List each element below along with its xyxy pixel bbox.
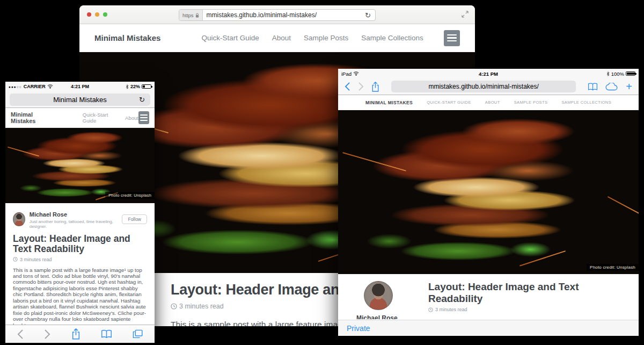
author-sidebar: Michael Rose Just another boring, tattoo… (351, 281, 420, 319)
url-text: mmistakes.github.io/minimal-mistakes/ (428, 83, 538, 90)
share-icon[interactable] (71, 328, 80, 340)
page-title: Layout: Header Image and Text Readabilit… (428, 281, 627, 305)
reload-button[interactable]: ↻ (361, 11, 375, 19)
reload-button[interactable]: ↻ (135, 96, 149, 104)
read-time-label: 3 minutes read (435, 307, 467, 312)
nav-about[interactable]: About (272, 34, 291, 42)
menu-toggle-icon[interactable] (444, 30, 460, 46)
url-text[interactable]: mmistakes.github.io/minimal-mistakes/ (203, 11, 361, 19)
page-title: Layout: Header Image and Text Readabilit… (13, 234, 147, 255)
article-content: Michael Rose Just another boring, tattoo… (5, 203, 155, 325)
window-controls (87, 12, 107, 17)
fullscreen-icon[interactable] (462, 11, 469, 18)
carrier-label: CARRIER (24, 84, 46, 89)
device-label: iPad (341, 71, 352, 77)
menu-toggle-icon[interactable] (138, 111, 149, 124)
article-paragraph: This is a sample post with a large featu… (428, 318, 627, 319)
photo-credit-label: Photo credit: Unsplash (587, 264, 639, 271)
https-badge: https (179, 10, 203, 20)
header-image: Photo credit: Unsplash (338, 110, 639, 274)
share-icon[interactable] (371, 82, 379, 92)
author-name: Michael Rose (30, 211, 67, 218)
address-bar[interactable]: https mmistakes.github.io/minimal-mistak… (179, 9, 376, 21)
read-time-meta: 3 minutes read (13, 257, 147, 262)
private-toggle[interactable]: Private (347, 324, 370, 333)
article-paragraph: This is a sample post with a large featu… (13, 267, 147, 325)
tabs-icon[interactable] (133, 329, 143, 339)
bluetooth-icon (606, 71, 610, 76)
read-time-meta: 3 minutes read (428, 307, 627, 312)
battery-icon (142, 84, 151, 89)
nav-quick-start-guide[interactable]: Quick-Start Guide (201, 34, 259, 42)
site-navigation: MINIMAL MISTAKES QUICK-START GUIDE ABOUT… (338, 95, 639, 110)
battery-percent-label: 22% (130, 84, 140, 89)
avatar (364, 281, 393, 310)
back-icon[interactable] (17, 329, 24, 339)
forward-icon[interactable] (44, 329, 50, 339)
author-name: Michael Rose (356, 314, 420, 319)
nav-sample-collections[interactable]: SAMPLE COLLECTIONS (561, 100, 611, 105)
photo-credit-label: Photo credit: Unsplash (105, 192, 155, 199)
site-navigation: Minimal Mistakes Quick-Start Guide About (5, 108, 155, 128)
safari-toolbar: mmistakes.github.io/minimal-mistakes/ + (338, 78, 639, 95)
clock-icon (428, 307, 433, 312)
bookmarks-icon[interactable] (101, 329, 112, 339)
twig-decoration (519, 250, 566, 267)
twig-decoration (342, 152, 406, 171)
site-brand-link[interactable]: MINIMAL MISTAKES (365, 100, 413, 105)
follow-button[interactable]: Follow (122, 214, 147, 224)
ipad-screen: iPad 4:21 PM 100% mmistakes.github.io/mi… (338, 69, 639, 336)
clock-icon (13, 257, 18, 262)
lock-icon (195, 13, 199, 18)
back-icon[interactable] (345, 82, 350, 91)
nav-about[interactable]: About (125, 115, 138, 121)
new-tab-icon[interactable]: + (626, 81, 632, 92)
signal-strength-icon: ●●●○○ (9, 85, 22, 89)
twig-decoration (608, 196, 639, 215)
nav-sample-collections[interactable]: Sample Collections (361, 34, 423, 42)
article-content: Michael Rose Just another boring, tattoo… (338, 274, 639, 319)
header-image: Photo credit: Unsplash (5, 128, 155, 203)
nav-sample-posts[interactable]: Sample Posts (304, 34, 348, 42)
icloud-tabs-icon[interactable] (605, 83, 618, 91)
private-browsing-bar: Private (338, 320, 639, 336)
nav-about[interactable]: ABOUT (485, 100, 500, 105)
nav-quick-start-guide[interactable]: QUICK-START GUIDE (427, 100, 471, 105)
https-label: https (182, 12, 194, 18)
wifi-icon (47, 84, 53, 89)
minimize-window-button[interactable] (95, 12, 99, 17)
site-navigation: Minimal Mistakes Quick-Start Guide About… (79, 24, 475, 52)
clock-icon (171, 303, 177, 310)
bluetooth-icon (126, 84, 129, 89)
nav-quick-start-guide[interactable]: Quick-Start Guide (83, 112, 116, 124)
zoom-window-button[interactable] (103, 12, 107, 17)
battery-percent-label: 100% (611, 71, 624, 77)
avatar (13, 212, 25, 226)
url-title: Minimal Mistakes (53, 96, 107, 104)
read-time-label: 3 minutes read (20, 257, 52, 262)
safari-bottom-toolbar (5, 325, 155, 343)
iphone-screen: ●●●○○ CARRIER 4:21 PM 22% Minimal Mistak… (5, 82, 155, 343)
iphone-status-bar: ●●●○○ CARRIER 4:21 PM 22% (5, 82, 155, 91)
browser-toolbar: https mmistakes.github.io/minimal-mistak… (79, 5, 475, 24)
close-window-button[interactable] (87, 12, 91, 17)
safari-url-bar: Minimal Mistakes ↻ (5, 91, 155, 108)
nav-sample-posts[interactable]: SAMPLE POSTS (514, 100, 548, 105)
site-brand-link[interactable]: Minimal Mistakes (11, 111, 52, 124)
bookmarks-icon[interactable] (588, 83, 598, 91)
twig-decoration (8, 147, 39, 157)
author-row: Michael Rose Just another boring, tattoo… (13, 209, 147, 229)
forward-icon[interactable] (358, 82, 364, 91)
author-bio: Just another boring, tattooed, time trav… (30, 219, 118, 229)
device-montage: https mmistakes.github.io/minimal-mistak… (0, 0, 644, 345)
read-time-label: 3 minutes read (179, 303, 224, 310)
ipad-status-bar: iPad 4:21 PM 100% (338, 69, 639, 78)
site-brand-link[interactable]: Minimal Mistakes (94, 33, 160, 42)
url-field[interactable]: mmistakes.github.io/minimal-mistakes/ (391, 81, 576, 92)
url-field[interactable]: Minimal Mistakes ↻ (10, 94, 150, 106)
battery-icon (626, 71, 635, 76)
wifi-icon (353, 71, 359, 76)
status-time: 4:21 PM (338, 71, 639, 77)
